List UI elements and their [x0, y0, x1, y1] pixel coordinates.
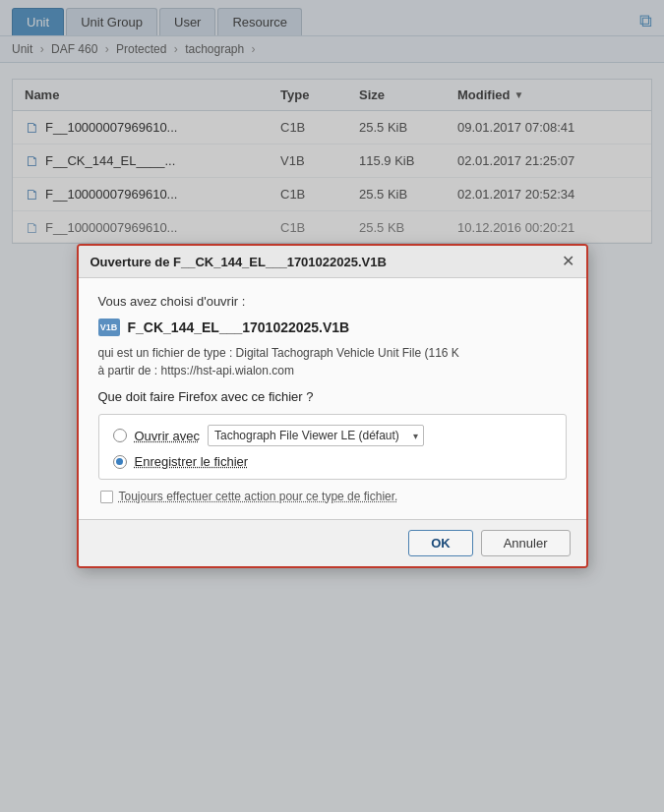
always-do-checkbox[interactable]	[100, 491, 113, 503]
radio-open-with[interactable]	[113, 429, 127, 442]
checkbox-area: Toujours effectuer cette action pour ce …	[98, 490, 567, 503]
modal-intro-text: Vous avez choisi d'ouvrir :	[98, 294, 567, 309]
modal-question-text: Que doit faire Firefox avec ce fichier ?	[98, 389, 567, 404]
option-open-row: Ouvrir avec Tachograph File Viewer LE (d…	[113, 425, 552, 446]
modal-source-info: à partir de : https://hst-api.wialon.com	[98, 364, 567, 377]
download-dialog: Ouverture de F__CK_144_EL___1701022025.V…	[77, 244, 588, 568]
modal-overlay: Ouverture de F__CK_144_EL___1701022025.V…	[0, 0, 664, 812]
option-save-label: Enregistrer le fichier	[135, 454, 249, 469]
modal-close-button[interactable]: ✕	[562, 254, 574, 269]
modal-filename-text: F_CK_144_EL___1701022025.V1B	[128, 319, 350, 335]
open-with-dropdown-wrapper: Tachograph File Viewer LE (défaut) ▾	[208, 425, 424, 446]
ok-button[interactable]: OK	[408, 530, 473, 556]
open-with-dropdown[interactable]: Tachograph File Viewer LE (défaut)	[208, 425, 424, 446]
modal-footer: OK Annuler	[79, 519, 586, 566]
option-save-row: Enregistrer le fichier	[113, 454, 552, 469]
always-do-label: Toujours effectuer cette action pour ce …	[119, 490, 398, 503]
modal-title: Ouverture de F__CK_144_EL___1701022025.V…	[91, 255, 387, 269]
file-type-badge: V1B	[98, 319, 120, 336]
modal-titlebar: Ouverture de F__CK_144_EL___1701022025.V…	[79, 246, 586, 278]
modal-filetype-info: qui est un fichier de type : Digital Tac…	[98, 346, 567, 360]
modal-options-box: Ouvrir avec Tachograph File Viewer LE (d…	[98, 414, 567, 480]
modal-filename-row: V1B F_CK_144_EL___1701022025.V1B	[98, 319, 567, 336]
option-open-label: Ouvrir avec	[135, 429, 200, 443]
modal-body: Vous avez choisi d'ouvrir : V1B F_CK_144…	[79, 278, 586, 519]
cancel-button[interactable]: Annuler	[481, 530, 571, 556]
radio-save-file[interactable]	[113, 455, 127, 469]
